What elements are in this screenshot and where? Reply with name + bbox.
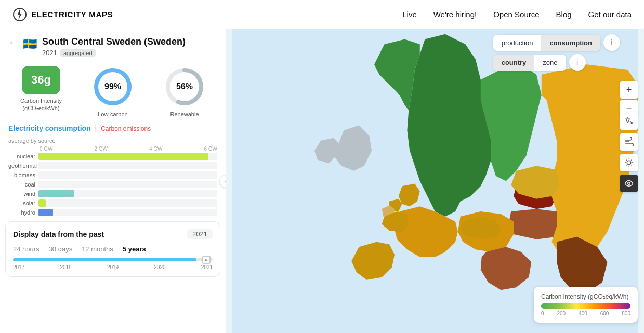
section-title-text: Electricity consumption [8,124,91,132]
tab-24h[interactable]: 24 hours [13,245,40,253]
logo-icon [12,7,27,22]
low-carbon-donut: 99% [92,66,134,108]
nav-blog[interactable]: Blog [556,10,572,19]
low-carbon-label: Low-carbon [98,111,127,118]
nav-hiring[interactable]: We're hiring! [433,10,477,19]
svg-point-15 [628,182,630,185]
low-carbon-value: 99% [104,82,121,91]
carbon-emissions-link[interactable]: Carbon emissions [101,125,151,132]
mode-info-button[interactable]: i [603,34,620,51]
back-button[interactable]: ← [8,37,18,48]
logo: ELECTRICITY MAPS [12,7,113,22]
chart-row: solar [8,199,217,207]
renewable-metric: 56% Renewable [149,66,220,118]
timeline-bar[interactable]: ▶ [13,258,213,261]
nav-get-data[interactable]: Get our data [588,10,632,19]
renewable-label: Renewable [170,111,199,118]
main-layout: ← 🇸🇪 South Central Sweden (Sweden) 2021 … [0,29,644,333]
view-info-button[interactable]: i [569,54,586,71]
low-carbon-metric: 99% Low-carbon [77,66,149,118]
timeline-fill [13,258,196,261]
header: ELECTRICITY MAPS Live We're hiring! Open… [0,0,644,29]
zone-mode-button[interactable]: zone [534,55,566,71]
chart-row: geothermal [8,162,217,169]
region-header: ← 🇸🇪 South Central Sweden (Sweden) 2021 … [0,29,226,61]
time-panel-header: Display data from the past 2021 [13,229,213,239]
chart-axis: 0 GW 2 GW 4 GW 6 GW [8,146,217,153]
chart-row: nuclear [8,153,217,160]
renewable-donut: 56% [164,66,205,108]
map-legend: Carbon intensity (gCO₂eq/kWh) 0 200 400 … [534,287,638,323]
legend-title: Carbon intensity (gCO₂eq/kWh) [541,293,630,300]
sidebar-inner: ← 🇸🇪 South Central Sweden (Sweden) 2021 … [0,29,226,287]
renewable-value: 56% [176,82,193,91]
tab-30d[interactable]: 30 days [49,245,73,253]
icon-bar [620,112,638,192]
carbon-intensity-metric: 36g Carbon Intensity (gCO₂eq/kWh) [5,66,77,112]
production-mode-button[interactable]: production [493,35,542,51]
chart-row: biomass [8,171,217,179]
translate-icon-button[interactable] [620,112,638,130]
chart-row: coal [8,181,217,188]
mode-row-production-consumption: production consumption [493,35,600,51]
mode-row-country-zone: country zone [493,55,566,71]
legend-labels: 0 200 400 600 800 [541,311,630,316]
nav-open-source[interactable]: Open Source [493,10,539,19]
svg-line-11 [626,160,627,161]
svg-line-14 [631,160,632,161]
carbon-intensity-label: Carbon Intensity (gCO₂eq/kWh) [20,97,62,112]
region-info: South Central Sweden (Sweden) 2021 aggre… [42,36,217,57]
time-tabs: 24 hours 30 days 12 months 5 years [13,245,213,253]
timeline-handle[interactable]: ▶ [202,256,211,264]
main-nav: Live We're hiring! Open Source Blog Get … [402,10,632,19]
consumption-mode-button[interactable]: consumption [541,35,600,51]
tab-12m[interactable]: 12 months [82,245,113,253]
nav-live[interactable]: Live [402,10,417,19]
region-year: 2021 [42,49,57,57]
sun-icon-button[interactable] [620,154,638,171]
time-panel-title: Display data from the past [13,230,104,238]
country-mode-button[interactable]: country [493,55,535,71]
eye-icon-button[interactable] [620,175,638,192]
time-panel: Display data from the past 2021 24 hours… [5,221,220,277]
region-meta: 2021 aggregated [42,49,217,57]
map-container: production consumption i country zone i … [226,29,644,333]
tab-5y[interactable]: 5 years [123,245,146,253]
wind-icon-button[interactable] [620,133,638,151]
svg-line-12 [631,165,632,165]
logo-text: ELECTRICITY MAPS [31,10,113,19]
chart-header: average by source [8,138,217,144]
chart-row: wind [8,190,217,197]
time-panel-year: 2021 [187,229,213,239]
carbon-intensity-box: 36g [22,66,60,94]
chart-bars: nuclear geothermal biomass coal wind [8,153,217,216]
map-mode-controls: production consumption i country zone i [493,34,620,71]
chart-row: hydro [8,209,217,216]
zoom-in-button[interactable]: + [620,81,638,99]
region-title: South Central Sweden (Sweden) [42,36,217,47]
chart-section: average by source 0 GW 2 GW 4 GW 6 GW nu… [0,135,226,216]
aggregated-badge: aggregated [60,49,96,57]
legend-gradient [541,303,630,309]
metrics-row: 36g Carbon Intensity (gCO₂eq/kWh) 99% [0,61,226,118]
timeline-labels: 2017 2018 2019 2020 2021 [13,264,213,270]
svg-line-13 [626,165,627,165]
region-flag: 🇸🇪 [23,37,37,51]
svg-point-6 [627,161,631,165]
sidebar: ← 🇸🇪 South Central Sweden (Sweden) 2021 … [0,29,226,333]
section-title: Electricity consumption | Carbon emissio… [0,118,226,135]
